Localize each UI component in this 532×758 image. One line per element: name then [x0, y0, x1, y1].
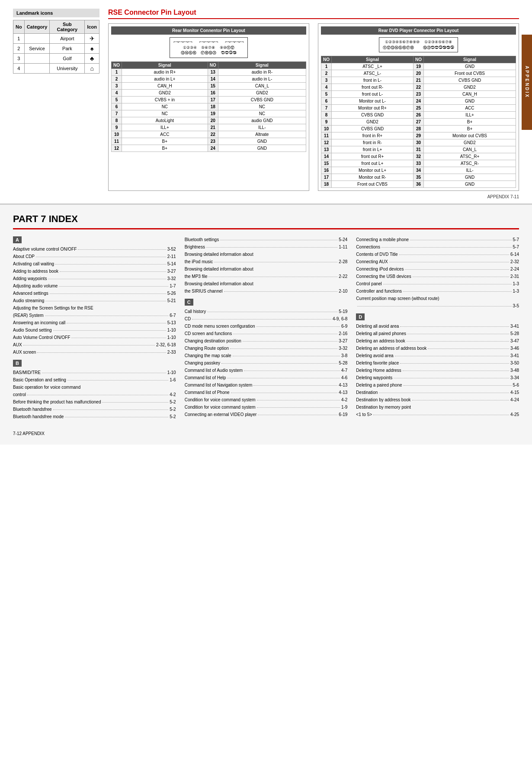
- index-entry: Changing destination position 3-27: [185, 338, 348, 344]
- entry-page: 4-24: [510, 397, 519, 403]
- index-entry: Connecting an external VIDEO player 6-19: [185, 411, 348, 418]
- entry-label-only: Adjusting the Screen Settings for the RS…: [13, 305, 93, 311]
- dvd-sig-label-l: front in R-: [332, 139, 413, 146]
- dvd-signal-row: 10 CVBS GND 28 B+: [321, 126, 516, 132]
- entry-dots: [60, 271, 166, 272]
- rear-monitor-title: Rear Monitor Connentor Pin Layout: [111, 26, 306, 35]
- entry-dots: [389, 262, 509, 262]
- appendix-sidebar: APPENDIX: [522, 35, 532, 130]
- signal-row: 10 ACC 22 Altnate: [112, 131, 306, 138]
- col-category: Category: [24, 20, 50, 34]
- index-entry: Bluetooth handsfree mode 5-2: [13, 413, 176, 420]
- entry-dots: [220, 240, 337, 240]
- entry-label: Connecting AUX: [356, 258, 388, 265]
- index-entry: AUX 2-32, 6-18: [13, 342, 176, 348]
- entry-label: <1 to 5>: [356, 411, 372, 418]
- dvd-signal-row: 14 front out R+ 32 ATSC_R+: [321, 153, 516, 160]
- dvd-sig-no-r: 22: [413, 84, 424, 91]
- entry-label: Bluetooth handsfree: [13, 406, 52, 413]
- entry-page: 2-11: [167, 253, 176, 260]
- dvd-sig-no-l: 14: [321, 153, 332, 160]
- sig-label-r: audio in R-: [218, 68, 306, 75]
- index-entry: Changing the map scale 3-8: [185, 352, 348, 359]
- entry-page: 2-32, 6-18: [156, 342, 176, 348]
- entry-page: 3-8: [341, 352, 347, 359]
- sig-no-r: 21: [208, 124, 218, 131]
- entry-page: 3-27: [167, 268, 176, 274]
- index-entry: Deleting Home address 3-48: [356, 367, 519, 374]
- index-col-c: Connecting a mobile phone 5-7 Connection…: [356, 236, 519, 424]
- entry-label: Advanced settings: [13, 290, 48, 297]
- entry-page: 4-13: [339, 389, 347, 396]
- landmark-sub: University: [50, 64, 85, 74]
- entry-label-only: Browsing detailed information about: [185, 251, 253, 258]
- entry-label: Changing destination position: [185, 338, 241, 344]
- rear-dvd-diagram: ①②③④⑤⑥⑦⑧⑨⑩ ①②③④⑤⑥⑦⑧ ⑪⑫⑬⑭⑮⑯⑰⑱ ⑲⑳㉑㉒㉓㉔㉕㉖: [321, 37, 516, 52]
- index-entry: (REAR) System 6-7: [13, 312, 176, 319]
- index-entry: Adjusting the Screen Settings for the RS…: [13, 305, 176, 311]
- index-section-block: Bluetooth settings 5-24 Brightness 1-11 …: [185, 236, 348, 294]
- sig-label-r: audio in L-: [218, 75, 306, 82]
- entry-page: 5-6: [513, 382, 519, 388]
- entry-dots: [407, 334, 509, 334]
- index-entry: Basic operation for voice command: [13, 384, 176, 390]
- entry-label-only: Basic operation for voice command: [13, 384, 80, 390]
- dvd-sig-no-l: 9: [321, 119, 332, 126]
- signal-row: 4 GND2 16 GND2: [112, 89, 306, 96]
- index-col-b: Bluetooth settings 5-24 Brightness 1-11 …: [185, 236, 348, 424]
- index-entry: Control panel 1-3: [356, 281, 519, 287]
- dvd-sig-label-l: CVBS GND: [332, 112, 413, 119]
- dvd-sig-label-l: front out R+: [332, 153, 413, 160]
- index-entry: Adjusting audio volume 1-7: [13, 283, 176, 289]
- index-entry: Connecting a mobile phone 5-7: [356, 236, 519, 243]
- entry-label: Activating call waiting: [13, 261, 54, 267]
- signal-row: 2 audio in L+ 14 audio in L-: [112, 75, 306, 82]
- entry-label: Adjusting audio volume: [13, 283, 58, 289]
- index-entry: Browsing detailed information about: [185, 251, 348, 258]
- rear-monitor-box: Rear Monitor Connentor Pin Layout ⌐¬⌐¬⌐¬…: [108, 23, 309, 191]
- sig-label-r: CAN_L: [218, 82, 306, 89]
- sig-no-l: 3: [112, 82, 122, 89]
- entry-label: the SIRIUS channel: [185, 288, 223, 294]
- sig-label-l: CVBS + in: [122, 96, 208, 103]
- entry-dots: [394, 378, 509, 378]
- dvd-sig-label-r: GND: [424, 174, 516, 181]
- index-entry: CD 4-9, 6-8: [185, 316, 348, 322]
- dvd-sig-no-l: 6: [321, 98, 332, 105]
- index-col-a: A Adaptive volume control ON/OFF 3-52 Ab…: [13, 236, 176, 424]
- entry-label: BAS/MID/TRE: [13, 369, 41, 376]
- index-section-block: D Deleting all avoid area 3-41 Deleting …: [356, 313, 519, 418]
- sig-no-l: 12: [112, 145, 122, 152]
- entry-page: 5-28: [339, 360, 347, 366]
- entry-dots: [400, 326, 509, 327]
- entry-dots: [227, 378, 340, 378]
- index-entry: Activating call waiting 5-14: [13, 261, 176, 267]
- entry-dots: [48, 279, 166, 279]
- dvd-sig-no-l: 8: [321, 112, 332, 119]
- entry-page: 2-10: [339, 288, 347, 294]
- sig-no-l: 7: [112, 110, 122, 117]
- entry-label: Adding to address book: [13, 268, 58, 274]
- th-dvd-no-2: NO: [413, 56, 424, 63]
- col-subcategory: Sub Category: [50, 20, 85, 34]
- dvd-sig-label-r: CAN_L: [424, 146, 516, 153]
- entry-dots: [207, 312, 337, 312]
- sig-no-r: 23: [208, 138, 218, 145]
- entry-page: 2-31: [510, 273, 519, 280]
- entry-label: Connecting a mobile phone: [356, 236, 409, 243]
- index-entry: Deleting favorite place 3-50: [356, 360, 519, 366]
- dvd-sig-label-r: B+: [424, 126, 516, 132]
- entry-page: 5-28: [510, 330, 519, 337]
- dvd-sig-no-l: 10: [321, 126, 332, 132]
- entry-label: the MP3 file: [185, 273, 208, 280]
- dvd-signal-row: 9 GND2 27 B+: [321, 119, 516, 126]
- entry-dots: [67, 323, 166, 323]
- dvd-signal-row: 17 Monitor out R- 35 GND: [321, 174, 516, 181]
- landmark-icon: ♠: [85, 44, 99, 54]
- dvd-sig-label-l: front out L+: [332, 160, 413, 167]
- entry-label: Contents of DVD Title: [356, 251, 397, 258]
- sig-no-r: 15: [208, 82, 218, 89]
- landmark-row: 3 Golf ♣: [13, 54, 99, 64]
- index-entry: About CDP 2-11: [13, 253, 176, 260]
- entry-label: Adding waypoints: [13, 275, 47, 282]
